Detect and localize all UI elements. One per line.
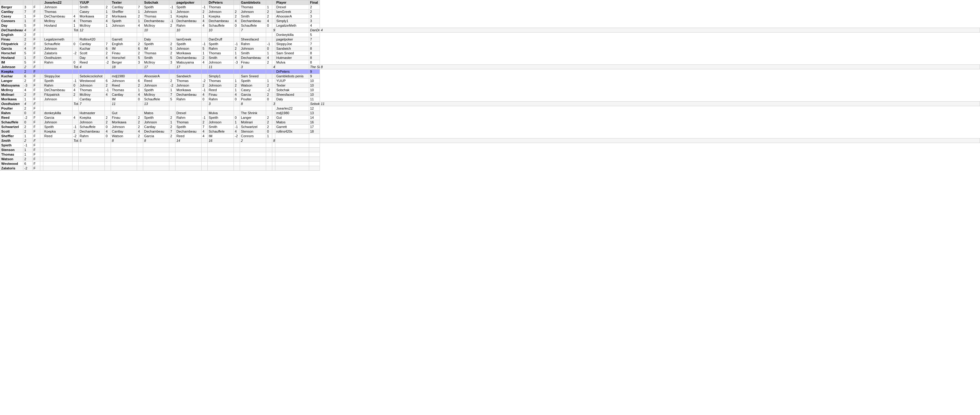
cell: 4 (202, 23, 208, 28)
cell: Drexel (275, 5, 309, 10)
cell (73, 46, 79, 51)
cell: F (33, 51, 40, 55)
cell: 2 (105, 14, 111, 19)
cell: Stenson (240, 129, 266, 134)
cell: Garcia (0, 46, 23, 51)
cell: Fitzpatrick (0, 42, 23, 46)
cell: Mulva (275, 60, 309, 65)
cell (202, 111, 208, 116)
cell: McIlroy (143, 60, 169, 65)
cell (208, 143, 234, 147)
cell: Hutmaster (79, 111, 105, 116)
cell: Dechambeau (240, 55, 266, 60)
cell: 13 (143, 101, 169, 106)
cell: 0 (266, 129, 272, 134)
total-label: Total (73, 65, 79, 70)
cell (272, 14, 275, 19)
cell: Morikawa (79, 14, 105, 19)
cell: 4 (137, 23, 143, 28)
cell: Thomas (208, 5, 234, 10)
cell (240, 157, 266, 162)
cell: 1 (169, 88, 175, 92)
cell (208, 162, 234, 166)
cell (175, 157, 202, 162)
cell: 2 (73, 92, 79, 97)
cell: Daly (143, 37, 169, 42)
cell: Johnson (43, 5, 73, 10)
cell (272, 88, 275, 92)
header-texter-score (137, 0, 143, 5)
cell: -3 (23, 83, 33, 88)
cell: F (33, 42, 40, 46)
cell (272, 97, 275, 101)
cell (169, 111, 175, 116)
cell (272, 42, 275, 46)
cell: 4 (272, 65, 275, 70)
cell (40, 147, 43, 152)
cell: 6 (23, 162, 33, 166)
cell: Johnson (208, 120, 234, 125)
cell: 3 (169, 60, 175, 65)
cell (40, 143, 43, 147)
cell (240, 152, 266, 157)
table-row: Koepka2FDrPeters9 (0, 70, 980, 74)
cell: 4 (320, 28, 980, 33)
cell (240, 166, 266, 171)
table-row: Fitzpatrick2FSchauffele0Cantlay7English2… (0, 42, 980, 46)
header-sobchak-score (169, 0, 175, 5)
cell: 2 (23, 129, 33, 134)
cell (309, 166, 320, 171)
cell: 5 (169, 55, 175, 60)
cell: McIlroy (79, 92, 105, 97)
cell: 4 (266, 19, 272, 23)
cell (275, 134, 309, 138)
cell: Schauffele (43, 42, 73, 46)
cell (309, 134, 320, 138)
table-row: Langer2FSpeith-1Westwood6Johnson6Reed2Th… (0, 79, 980, 83)
cell (137, 147, 143, 152)
cell: 0 (234, 23, 240, 28)
main-scoreboard: Jsearles22 YUUP Texter Sobchak pagelpoke… (0, 0, 980, 171)
cell: Morikawa (111, 14, 137, 19)
cell: 6 (23, 74, 33, 79)
cell (169, 74, 175, 79)
cell: Dechambeau (143, 19, 169, 23)
cell: 4 (202, 92, 208, 97)
cell (169, 70, 175, 74)
cell: 1 (202, 51, 208, 55)
cell: F (33, 19, 40, 23)
table-row: Kuchar6FSloppyJoeSebokcockshotmdj1980Aho… (0, 74, 980, 79)
cell: Johnson (208, 83, 234, 88)
cell: 1 (234, 79, 240, 83)
cell (202, 162, 208, 166)
cell (40, 23, 43, 28)
cell: 6 (105, 46, 111, 51)
cell: SloppyJoe (275, 42, 309, 46)
cell (40, 125, 43, 129)
cell: 1 (169, 10, 175, 14)
cell: 4 (202, 19, 208, 23)
cell: 2 (137, 116, 143, 120)
cell: pagelpoker (275, 37, 309, 42)
cell (40, 46, 43, 51)
cell (266, 33, 272, 37)
cell: 7 (169, 129, 175, 134)
cell: Rahm (175, 116, 202, 120)
cell (234, 157, 240, 162)
cell: Johnson (0, 65, 23, 70)
cell (202, 166, 208, 171)
cell: Smith (240, 14, 266, 19)
cell: -1 (169, 5, 175, 10)
cell: Schauffele (208, 129, 234, 134)
cell: Morikawa (175, 88, 202, 92)
cell: 5 (23, 60, 33, 65)
cell: Gut (111, 111, 137, 116)
cell: 2 (105, 120, 111, 125)
cell: 4 (73, 116, 79, 120)
cell: 17 (309, 125, 320, 129)
cell: 11 (208, 65, 234, 70)
cell (266, 162, 272, 166)
cell: McIlroy (43, 19, 73, 23)
cell (234, 143, 240, 147)
header-sobchak: Sobchak (143, 0, 169, 5)
